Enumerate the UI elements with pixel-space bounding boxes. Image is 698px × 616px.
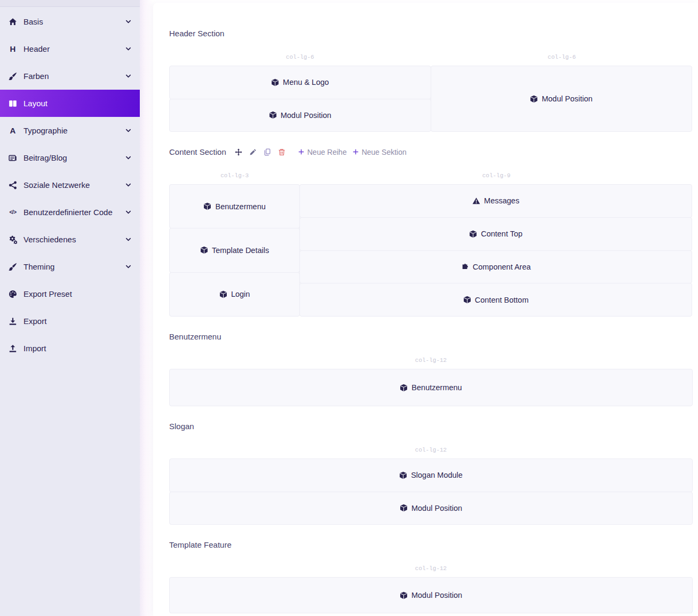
module-template-details[interactable]: Template Details: [169, 228, 300, 272]
sidebar-item-export[interactable]: Export: [0, 307, 140, 335]
plus-icon: [298, 148, 305, 155]
module-label: Menu & Logo: [283, 78, 329, 86]
sidebar-item-soziale-netzwerke[interactable]: Soziale Netzwerke: [0, 171, 140, 199]
paintbrush-icon: [7, 72, 19, 81]
layout-column: Benutzermenu: [169, 369, 693, 406]
col-size-label: col-lg-12: [169, 565, 693, 572]
module-label: Component Area: [473, 263, 531, 271]
section-title: Slogan: [169, 422, 194, 431]
sidebar-nav: Basis H Header Farben Layout A Typograph…: [0, 7, 140, 362]
sidebar-item-farben[interactable]: Farben: [0, 62, 140, 90]
cube-icon: [400, 384, 408, 392]
copy-icon[interactable]: [264, 148, 271, 156]
chevron-down-icon: [125, 18, 132, 25]
main-area: Header Section col-lg-6 col-lg-6 Menu & …: [140, 0, 698, 616]
section-title: Content Section: [169, 147, 226, 156]
new-row-label: Neue Reihe: [307, 148, 347, 156]
sidebar-item-theming[interactable]: Theming: [0, 253, 140, 280]
module-content-top[interactable]: Content Top: [299, 217, 692, 251]
chevron-down-icon: [125, 263, 132, 270]
sidebar-item-label: Soziale Netzwerke: [23, 180, 125, 189]
warning-icon: [472, 197, 480, 205]
sidebar-item-basis[interactable]: Basis: [0, 8, 140, 35]
module-menu-logo[interactable]: Menu & Logo: [169, 66, 431, 99]
sidebar-item-beitrag-blog[interactable]: Beitrag/Blog: [0, 144, 140, 171]
cube-icon: [469, 230, 477, 238]
module-component-area[interactable]: Component Area: [299, 250, 692, 284]
home-icon: [7, 17, 19, 27]
plus-icon: [352, 148, 359, 155]
section-content-section: Content Section Neue Reihe Neue Sektion: [169, 147, 693, 317]
columns-icon: [7, 99, 19, 108]
layout-column: Benutzermenu Template Details Login: [169, 184, 300, 317]
layout-row: Benutzermenu Template Details Login: [169, 184, 693, 317]
module-benutzermenu[interactable]: Benutzermenu: [169, 184, 300, 228]
sidebar-item-layout[interactable]: Layout: [0, 90, 140, 117]
col-size-label: col-lg-6: [169, 54, 431, 60]
typography-letter-icon: A: [7, 126, 19, 136]
edit-icon[interactable]: [249, 148, 257, 156]
cube-icon: [463, 296, 471, 304]
sidebar: Basis H Header Farben Layout A Typograph…: [0, 0, 140, 616]
sidebar-item-verschiedenes[interactable]: Verschiedenes: [0, 226, 140, 253]
module-login[interactable]: Login: [169, 272, 300, 317]
sidebar-item-label: Verschiedenes: [23, 235, 125, 244]
cube-icon: [271, 78, 279, 86]
sidebar-item-label: Beitrag/Blog: [23, 153, 125, 162]
module-label: Slogan Module: [411, 471, 463, 479]
cube-icon: [203, 202, 211, 210]
col-size-label: col-lg-12: [169, 357, 693, 364]
cube-icon: [399, 471, 407, 479]
download-icon: [7, 317, 19, 326]
module-label: Content Top: [481, 230, 522, 238]
module-modul-position[interactable]: Modul Position: [431, 66, 693, 132]
module-slogan-module[interactable]: Slogan Module: [169, 459, 693, 492]
new-row-button[interactable]: Neue Reihe: [298, 148, 347, 156]
module-modul-position[interactable]: Modul Position: [169, 577, 693, 613]
chevron-down-icon: [125, 181, 132, 188]
cube-icon: [219, 290, 227, 298]
module-label: Modul Position: [411, 504, 462, 512]
chevron-down-icon: [125, 154, 132, 161]
cube-icon: [400, 591, 408, 599]
layout-column: Modul Position: [431, 66, 693, 132]
section-benutzermenu: Benutzermenu col-lg-12 Benutzermenu: [169, 332, 693, 406]
module-label: Benutzermenu: [215, 202, 265, 211]
move-icon[interactable]: [235, 148, 242, 156]
cube-icon: [400, 504, 408, 512]
sidebar-item-benutzerdefinierter-code[interactable]: </> Benutzerdefinierter Code: [0, 199, 140, 226]
sidebar-item-typographie[interactable]: A Typographie: [0, 117, 140, 144]
module-modul-position[interactable]: Modul Position: [169, 99, 431, 132]
sidebar-item-export-preset[interactable]: Export Preset: [0, 280, 140, 307]
module-content-bottom[interactable]: Content Bottom: [299, 283, 692, 317]
sidebar-item-import[interactable]: Import: [0, 335, 140, 362]
col-size-label: col-lg-12: [169, 447, 693, 453]
layout-column: Menu & Logo Modul Position: [169, 66, 431, 132]
module-label: Content Bottom: [475, 296, 529, 304]
layout-column: Modul Position: [169, 577, 693, 613]
module-label: Template Details: [212, 246, 269, 255]
code-icon: </>: [7, 208, 19, 217]
sidebar-item-label: Export Preset: [23, 289, 132, 298]
layout-row: Modul Position: [169, 577, 693, 613]
delete-icon[interactable]: [278, 148, 285, 156]
module-benutzermenu[interactable]: Benutzermenu: [169, 369, 693, 406]
module-modul-position[interactable]: Modul Position: [169, 492, 693, 525]
brush-icon: [7, 262, 19, 272]
module-messages[interactable]: Messages: [299, 184, 692, 218]
sidebar-item-label: Basis: [23, 17, 125, 26]
puzzle-icon: [461, 263, 469, 271]
col-size-label: col-lg-6: [431, 54, 693, 60]
new-section-button[interactable]: Neue Sektion: [352, 148, 407, 156]
newspaper-icon: [7, 153, 19, 163]
module-label: Login: [231, 290, 250, 298]
layout-column: Slogan Module Modul Position: [169, 459, 693, 525]
col-size-label: col-lg-3: [169, 172, 300, 179]
chevron-down-icon: [125, 45, 132, 52]
sidebar-item-label: Typographie: [23, 126, 125, 135]
sidebar-item-label: Benutzerdefinierter Code: [23, 208, 125, 217]
palette-icon: [7, 289, 19, 299]
sidebar-item-header[interactable]: H Header: [0, 35, 140, 62]
module-label: Modul Position: [281, 111, 331, 120]
app-window: Basis H Header Farben Layout A Typograph…: [0, 0, 698, 616]
